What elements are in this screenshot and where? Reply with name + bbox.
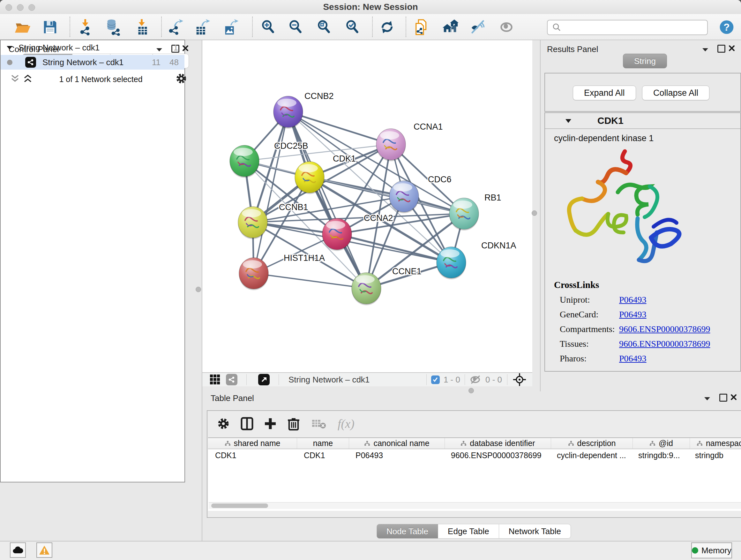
crosslink-link[interactable]: P06493 <box>619 354 647 364</box>
table-row[interactable]: CDK1CDK1P064939606.ENSP00000378699cyclin… <box>208 449 741 461</box>
column-header-canonical-name[interactable]: canonical name <box>349 438 445 449</box>
save-session-button[interactable] <box>41 18 59 37</box>
tab-edge-table[interactable]: Edge Table <box>438 524 499 539</box>
network-options-gear-icon[interactable] <box>175 72 188 85</box>
left-splitter-handle[interactable] <box>196 287 201 292</box>
node-CDKN1A[interactable]: CDKN1A <box>436 241 516 279</box>
zoom-selected-button[interactable] <box>343 18 361 37</box>
open-file-button[interactable] <box>13 18 31 37</box>
node-label-CCNA2: CCNA2 <box>364 213 393 223</box>
table-cell[interactable]: cyclin-dependent ... <box>550 451 631 460</box>
results-panel-close-icon[interactable] <box>728 45 735 52</box>
tree-expander-icon[interactable] <box>6 45 13 50</box>
expand-all-button[interactable]: Expand All <box>573 85 636 100</box>
tab-network-table[interactable]: Network Table <box>499 524 571 539</box>
table-panel-menu-icon[interactable] <box>704 396 711 401</box>
network-collection-row[interactable]: String Network – cdk1 1 <box>1 40 185 55</box>
tab-node-table[interactable]: Node Table <box>377 524 438 539</box>
string-network-icon <box>25 57 36 68</box>
import-table-icon <box>134 18 151 36</box>
column-header-description[interactable]: description <box>551 438 633 449</box>
tab-string[interactable]: String <box>623 54 667 68</box>
export-network-button[interactable] <box>166 18 185 37</box>
table-panel-box: f(x) shared namenamecanonical namedataba… <box>207 410 741 518</box>
section-expander-icon[interactable] <box>565 118 572 123</box>
right-splitter-handle[interactable] <box>532 210 537 216</box>
import-table-file-button[interactable] <box>133 18 152 37</box>
zoom-in-button[interactable] <box>259 18 277 37</box>
table-panel-float-icon[interactable] <box>719 394 727 401</box>
help-button[interactable]: ? <box>718 18 736 37</box>
column-header-label: namespace <box>706 439 741 448</box>
scrollbar-thumb[interactable] <box>211 503 268 508</box>
network-view-title: String Network – cdk1 <box>288 375 369 385</box>
column-type-icon <box>697 441 703 446</box>
network-tree: String Network – cdk1 1 String Network –… <box>0 40 185 482</box>
network-graph[interactable]: CCNB2 CCNA1 CDC25B <box>202 40 532 372</box>
edge-HIST1H1A-CCNE1[interactable] <box>254 273 366 288</box>
string-document-button[interactable] <box>413 18 431 37</box>
crosslink-link[interactable]: 9606.ENSP00000378699 <box>619 324 710 334</box>
network-row[interactable]: String Network – cdk1 11 48 <box>1 55 185 70</box>
show-graphics-button[interactable] <box>497 18 516 37</box>
selected-nodes-checkbox[interactable] <box>431 375 440 384</box>
table-cell[interactable]: 9606.ENSP00000378699 <box>444 451 550 460</box>
add-column-plus-icon[interactable] <box>264 417 277 430</box>
table-panel-close-icon[interactable] <box>730 394 737 401</box>
crosslinks-title: CrossLinks <box>554 280 599 290</box>
fit-selected-crosshair-icon[interactable] <box>513 373 527 387</box>
import-network-file-button[interactable] <box>77 18 96 37</box>
crosslink-link[interactable]: P06493 <box>619 309 647 320</box>
collapse-all-button[interactable]: Collapse All <box>642 85 710 100</box>
birdseye-view-icon[interactable] <box>258 374 270 385</box>
column-header-database-identifier[interactable]: database identifier <box>445 438 551 449</box>
column-header-label: @id <box>659 439 673 448</box>
column-header--id[interactable]: @id <box>633 438 690 449</box>
search-input[interactable] <box>564 23 707 32</box>
network-view-canvas[interactable]: CCNB2 CCNA1 CDC25B <box>202 40 532 372</box>
table-cell[interactable]: CDK1 <box>297 451 348 460</box>
gene-description: cyclin-dependent kinase 1 <box>545 129 740 143</box>
string-style-icon[interactable] <box>226 374 238 385</box>
show-columns-icon[interactable] <box>241 417 253 431</box>
grid-view-icon[interactable] <box>209 374 221 385</box>
search-box[interactable] <box>547 20 708 35</box>
node-RB1[interactable]: RB1 <box>449 193 501 231</box>
network-status-dot <box>7 60 12 65</box>
warning-status-button[interactable] <box>37 543 52 558</box>
zoom-fit-button[interactable] <box>315 18 333 37</box>
export-table-button[interactable] <box>193 18 212 37</box>
crosslink-link[interactable]: 9606.ENSP00000378699 <box>619 339 710 349</box>
hide-graphics-button[interactable] <box>469 18 488 37</box>
node-HIST1H1A[interactable]: HIST1H1A <box>239 253 325 290</box>
export-network-icon <box>167 18 185 36</box>
cloud-status-button[interactable] <box>10 543 26 558</box>
export-image-button[interactable] <box>222 18 240 37</box>
table-cell[interactable]: stringdb <box>688 451 741 460</box>
zoom-out-button[interactable] <box>286 18 305 37</box>
memory-button[interactable]: Memory <box>691 543 732 558</box>
refresh-view-button[interactable] <box>378 18 396 37</box>
toolbar-separator <box>246 374 247 385</box>
import-network-database-button[interactable] <box>104 18 123 37</box>
results-panel-menu-icon[interactable] <box>702 47 709 52</box>
results-panel-float-icon[interactable] <box>718 45 725 53</box>
edge-CCNB2-HIST1H1A[interactable] <box>254 112 288 273</box>
table-horizontal-scrollbar[interactable] <box>209 502 741 509</box>
crosslink-link[interactable]: P06493 <box>619 295 647 305</box>
home-button[interactable] <box>441 18 460 37</box>
gene-section-header[interactable]: CDK1 <box>545 113 740 129</box>
table-options-gear-icon[interactable] <box>216 417 230 431</box>
table-cell[interactable]: stringdb:9... <box>631 451 688 460</box>
svg-text:?: ? <box>724 21 730 33</box>
hidden-elements-eye-icon <box>469 375 482 384</box>
node-CCNA1[interactable]: CCNA1 <box>376 122 443 161</box>
column-header-shared-name[interactable]: shared name <box>208 438 297 449</box>
table-cell[interactable]: P06493 <box>348 451 444 460</box>
column-header-namespace[interactable]: namespace <box>690 438 741 449</box>
column-header-name[interactable]: name <box>297 438 349 449</box>
table-cell[interactable]: CDK1 <box>208 451 297 460</box>
edge-CCNB2-CCNA1[interactable] <box>288 112 391 144</box>
delete-column-trash-icon[interactable] <box>287 416 300 431</box>
toolbar-separator <box>372 17 373 37</box>
